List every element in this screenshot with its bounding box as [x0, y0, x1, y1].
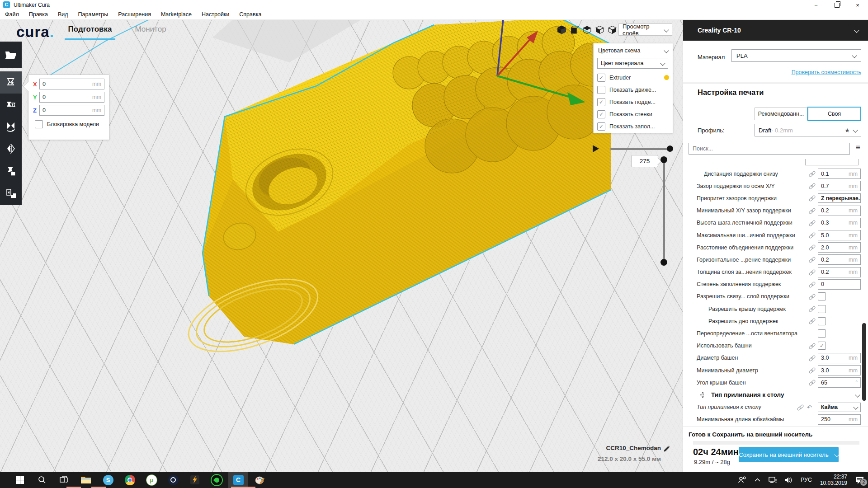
menu-help[interactable]: Справка [234, 10, 266, 19]
menu-view[interactable]: Вид [53, 10, 73, 19]
link-icon[interactable] [809, 367, 816, 373]
z-position-input[interactable]: 0mm [39, 105, 104, 116]
material-dropdown[interactable]: PLA [731, 49, 861, 62]
link-icon[interactable] [809, 269, 816, 275]
link-icon[interactable] [809, 220, 816, 226]
setting-input[interactable]: 3.0mm [818, 365, 861, 375]
settings-menu-icon[interactable]: ≡ [856, 143, 860, 152]
link-icon[interactable] [809, 282, 816, 287]
close-button[interactable]: × [847, 0, 868, 10]
show-helpers-checkbox[interactable]: ✓ [597, 98, 605, 106]
mirror-tool-button[interactable] [0, 138, 22, 160]
link-icon[interactable] [809, 318, 816, 324]
tray-expand-icon[interactable] [755, 478, 760, 482]
volume-icon[interactable] [785, 477, 793, 483]
tab-monitor[interactable]: Монитор [132, 25, 169, 34]
open-file-button[interactable] [0, 42, 22, 68]
green-app-button[interactable] [207, 472, 226, 488]
show-shell-checkbox[interactable]: ✓ [597, 110, 605, 118]
link-icon[interactable] [809, 171, 816, 177]
network-icon[interactable] [769, 477, 777, 483]
per-model-settings-button[interactable] [0, 160, 22, 182]
link-icon[interactable] [809, 183, 816, 189]
path-slider-handle[interactable] [667, 145, 673, 152]
people-icon[interactable] [738, 476, 746, 483]
link-icon[interactable] [809, 380, 816, 385]
chevron-down-icon[interactable] [664, 48, 669, 53]
view-top-icon[interactable] [582, 25, 592, 35]
minimize-button[interactable]: − [806, 0, 826, 10]
revert-icon[interactable]: ↶ [807, 404, 812, 411]
setting-checkbox[interactable] [818, 292, 826, 300]
layer-slider-top-handle[interactable] [660, 156, 667, 163]
compatibility-link[interactable]: Проверить совместимость [792, 69, 861, 75]
chrome-button[interactable] [120, 472, 140, 488]
search-input[interactable] [689, 145, 849, 152]
setting-dropdown[interactable]: Кайма [818, 403, 861, 412]
restore-button[interactable] [826, 0, 847, 10]
setting-input[interactable]: 65° [818, 377, 861, 388]
profile-dropdown[interactable]: Draft - 0.2mm ★ [755, 124, 861, 136]
link-icon[interactable] [809, 208, 816, 214]
settings-scrollbar[interactable] [862, 323, 866, 401]
y-position-input[interactable]: 0mm [39, 92, 104, 103]
printed-model[interactable] [179, 19, 614, 366]
recommended-mode-button[interactable]: Рекомендованн... [755, 108, 807, 120]
link-icon[interactable] [809, 294, 816, 300]
link-icon[interactable] [809, 343, 816, 349]
menu-edit[interactable]: Правка [24, 10, 53, 19]
task-view-button[interactable] [54, 472, 74, 488]
model-name[interactable]: CCR10_Chemodan [561, 445, 661, 451]
setting-input[interactable]: 5.0mm [818, 230, 861, 240]
scale-tool-button[interactable] [0, 94, 22, 116]
link-icon[interactable] [809, 232, 816, 238]
steam-button[interactable] [163, 472, 183, 488]
settings-search[interactable] [689, 143, 850, 155]
search-button[interactable] [32, 472, 52, 488]
layer-slider-bottom-handle[interactable] [660, 259, 667, 266]
setting-input[interactable]: 250mm [818, 414, 861, 425]
custom-mode-button[interactable]: Своя [807, 107, 861, 121]
rename-pencil-icon[interactable] [664, 446, 670, 452]
link-icon[interactable] [809, 306, 816, 312]
setting-input[interactable]: 0.7mm [818, 181, 861, 191]
save-to-removable-button[interactable]: Сохранить на внешний носитель [739, 447, 839, 462]
menu-settings[interactable]: Параметры [73, 10, 113, 19]
setting-input[interactable]: 0.1mm [818, 169, 861, 179]
setting-dropdown[interactable]: Z перекрывае... [818, 193, 861, 203]
printer-selector[interactable]: Creality CR-10 [683, 19, 868, 41]
view-left-icon[interactable] [595, 25, 604, 35]
setting-input[interactable]: 3.0mm [818, 353, 861, 363]
setting-checkbox[interactable] [818, 317, 826, 325]
setting-input[interactable]: 0 [818, 279, 861, 290]
menu-marketplace[interactable]: Marketplace [156, 10, 197, 19]
setting-input[interactable]: 0.2mm [818, 206, 861, 216]
setting-input[interactable]: 0.2mm [818, 254, 861, 265]
notification-center-icon[interactable]: 2 [855, 476, 864, 484]
link-icon[interactable] [809, 195, 816, 201]
language-indicator[interactable]: РУС [801, 477, 812, 483]
setting-input[interactable]: 0.3mm [818, 218, 861, 228]
extruder-checkbox[interactable]: ✓ [597, 74, 605, 82]
clock[interactable]: 22:3710.03.2019 [820, 474, 847, 486]
menu-extensions[interactable]: Расширения [113, 10, 156, 19]
support-blocker-button[interactable] [0, 182, 22, 204]
winamp-button[interactable] [185, 472, 205, 488]
tab-prepare[interactable]: Подготовка [65, 25, 115, 34]
rotate-tool-button[interactable] [0, 116, 22, 138]
menu-preferences[interactable]: Настройки [197, 10, 234, 19]
play-layers-button[interactable] [593, 145, 599, 152]
link-icon[interactable] [809, 244, 816, 250]
utorrent-button[interactable]: µ [142, 472, 161, 488]
show-travels-checkbox[interactable] [597, 86, 605, 94]
x-position-input[interactable]: 0mm [39, 79, 104, 89]
link-icon[interactable] [797, 404, 804, 410]
setting-checkbox[interactable] [818, 329, 826, 338]
layer-slider-track[interactable] [663, 159, 665, 263]
menu-file[interactable]: Файл [0, 10, 24, 19]
path-slider-track[interactable] [610, 148, 670, 150]
setting-checkbox[interactable] [818, 305, 826, 313]
lock-model-checkbox[interactable] [35, 120, 43, 128]
view-mode-dropdown[interactable]: Просмотр слоёв [618, 23, 672, 36]
show-infill-checkbox[interactable]: ✓ [597, 122, 605, 131]
